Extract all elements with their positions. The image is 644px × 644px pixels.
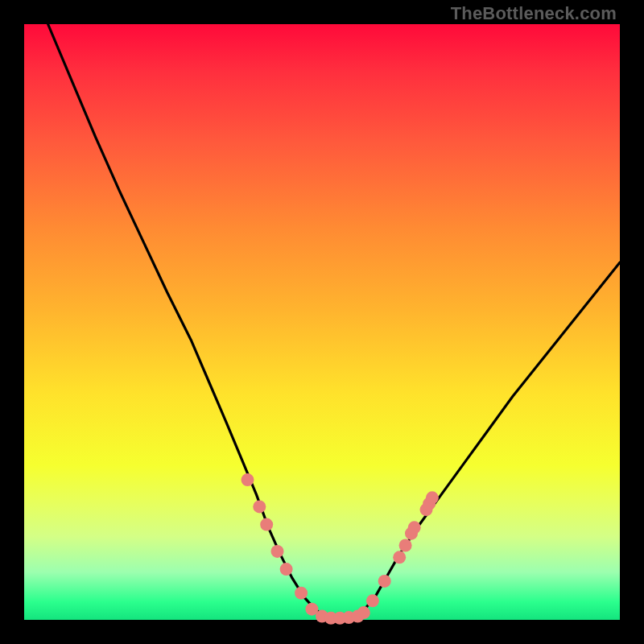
chart-marker bbox=[253, 500, 266, 513]
chart-marker bbox=[399, 539, 412, 552]
bottleneck-curve bbox=[48, 24, 620, 619]
chart-frame: TheBottleneck.com bbox=[0, 0, 644, 644]
chart-marker bbox=[408, 521, 421, 534]
plot-area bbox=[24, 24, 620, 620]
chart-markers bbox=[242, 473, 439, 625]
chart-marker bbox=[378, 575, 391, 588]
bottleneck-curve-svg bbox=[24, 24, 620, 620]
chart-marker bbox=[426, 491, 439, 504]
chart-marker bbox=[295, 587, 308, 600]
watermark-text: TheBottleneck.com bbox=[451, 3, 617, 24]
chart-marker bbox=[393, 551, 406, 564]
chart-marker bbox=[366, 594, 379, 607]
chart-marker bbox=[242, 473, 254, 486]
chart-marker bbox=[280, 563, 293, 576]
chart-marker bbox=[357, 606, 370, 619]
chart-marker bbox=[271, 545, 284, 558]
chart-marker bbox=[260, 518, 273, 531]
